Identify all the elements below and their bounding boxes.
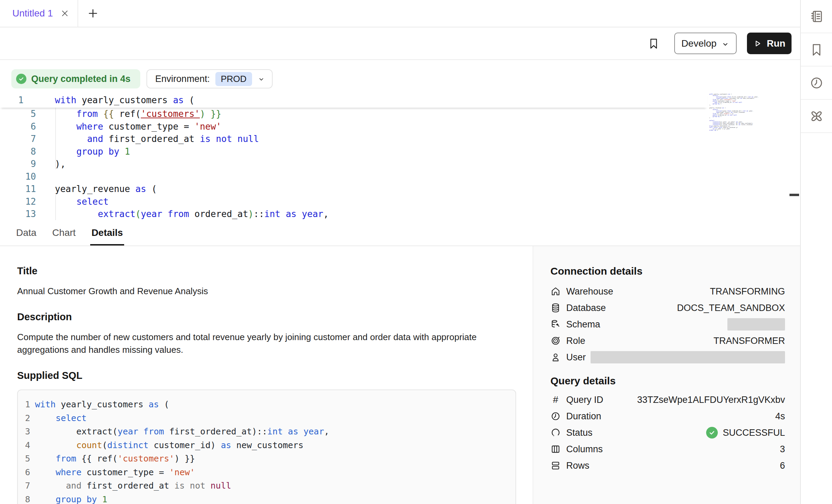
line-number: 1: [18, 399, 30, 409]
clock-icon: [550, 411, 561, 421]
scrollbar-thumb[interactable]: [789, 194, 799, 196]
details-panel: Title Annual Customer Growth and Revenue…: [0, 246, 800, 504]
minimap[interactable]: with yearly_customers as ( select extrac…: [709, 94, 752, 131]
code-line: 8 group by 1: [0, 145, 707, 158]
spinner-icon: [550, 428, 561, 438]
line-number: 12: [0, 196, 36, 207]
sql-editor[interactable]: Query completed in 4s Environment: PROD …: [0, 60, 800, 220]
detail-row-database: DatabaseDOCS_TEAM_SANDBOX: [550, 300, 785, 316]
environment-value-badge: PROD: [215, 72, 252, 86]
tab-label: Untitled 1: [12, 8, 53, 19]
play-icon: [753, 39, 762, 48]
detail-row-role: RoleTRANSFORMER: [550, 333, 785, 349]
redacted-value: [727, 318, 785, 331]
main-area: Untitled 1 Develop: [0, 0, 800, 504]
detail-value: TRANSFORMER: [714, 336, 785, 346]
line-number: 5: [0, 109, 36, 119]
code-line: 7 and first_ordered_at is not null: [18, 479, 515, 493]
develop-dropdown[interactable]: Develop: [674, 33, 737, 54]
code-line: 5 from {{ ref('customers') }}: [0, 108, 707, 120]
tab-chart[interactable]: Chart: [52, 220, 75, 245]
tab-details[interactable]: Details: [92, 220, 123, 245]
editor-code-lines[interactable]: 5 from {{ ref('customers') }}6 where cus…: [0, 108, 707, 220]
line-number: 8: [18, 494, 30, 504]
supplied-sql-heading: Supplied SQL: [17, 370, 533, 381]
title-heading: Title: [17, 265, 533, 277]
sidebar-item-history[interactable]: [801, 67, 832, 100]
detail-label: Role: [566, 336, 585, 346]
detail-row-user: User: [550, 349, 785, 365]
supplied-sql-block: 1with yearly_customers as (2 select3 ext…: [17, 389, 516, 504]
chevron-down-icon: [258, 75, 265, 83]
sidebar-item-canvas[interactable]: [801, 100, 832, 133]
query-status-badge: Query completed in 4s: [11, 69, 140, 88]
detail-value: DOCS_TEAM_SANDBOX: [677, 303, 785, 313]
query-details-rows: #Query ID33TZseWpe1ALFDUYerxR1gVKxbvDura…: [550, 392, 785, 474]
line-number: 6: [18, 467, 30, 477]
detail-value: 6: [780, 460, 785, 471]
code-line: 7 and first_ordered_at is not null: [0, 133, 707, 145]
environment-selector[interactable]: Environment: PROD: [146, 69, 273, 88]
run-button[interactable]: Run: [747, 33, 792, 54]
run-label: Run: [767, 38, 785, 49]
sidebar-item-bookmarks[interactable]: [801, 33, 832, 67]
description-heading: Description: [17, 311, 533, 323]
code-line: 2 select: [18, 411, 515, 425]
line-number: 1: [0, 95, 36, 105]
bookmark-icon[interactable]: [647, 36, 660, 51]
code-line: 6 where customer_type = 'new': [18, 466, 515, 479]
chevron-down-icon: [721, 40, 729, 48]
detail-label: Database: [566, 303, 606, 313]
tab-bar: Untitled 1: [0, 0, 800, 27]
detail-row-duration: Duration4s: [550, 408, 785, 424]
query-status-row: Query completed in 4s Environment: PROD: [11, 69, 273, 88]
warehouse-icon: [550, 286, 561, 297]
sticky-scroll-line[interactable]: 1with yearly_customers as (: [0, 93, 707, 108]
result-tab-bar: DataChartDetails: [0, 220, 800, 246]
plus-icon: [87, 8, 98, 19]
check-circle-icon: [16, 74, 26, 84]
right-sidebar: [800, 0, 832, 504]
line-number: 13: [0, 209, 36, 219]
new-tab-button[interactable]: [78, 0, 108, 27]
canvas-icon: [809, 109, 824, 123]
code-line: 8 group by 1: [18, 493, 515, 504]
detail-value: TRANSFORMING: [710, 286, 785, 297]
detail-label: Rows: [566, 460, 590, 471]
environment-label: Environment:: [155, 74, 210, 84]
code-line: 11yearly_revenue as (: [0, 183, 707, 195]
line-number: 2: [18, 413, 30, 423]
detail-label: Warehouse: [566, 286, 613, 297]
query-details-heading: Query details: [550, 375, 785, 387]
detail-value: 3: [780, 444, 785, 455]
connection-details-heading: Connection details: [550, 265, 785, 277]
line-number: 8: [0, 146, 36, 157]
code-line: 9),: [0, 158, 707, 170]
tab-untitled-1[interactable]: Untitled 1: [0, 0, 78, 27]
line-number: 4: [18, 440, 30, 450]
detail-value: 33TZseWpe1ALFDUYerxR1gVKxbv: [637, 395, 785, 405]
detail-label: User: [566, 352, 586, 363]
code-line: 1with yearly_customers as (: [18, 398, 515, 411]
detail-value: 4s: [775, 411, 785, 422]
check-circle-icon: [706, 427, 718, 439]
detail-label: Duration: [566, 411, 601, 422]
editor-toolbar: Develop Run: [0, 27, 800, 60]
detail-row-query-id: #Query ID33TZseWpe1ALFDUYerxR1gVKxbv: [550, 392, 785, 408]
code-line: 13 extract(year from ordered_at)::int as…: [0, 208, 707, 220]
detail-row-status: StatusSUCCESSFUL: [550, 424, 785, 441]
code-line: 4 count(distinct customer_id) as new_cus…: [18, 439, 515, 452]
sidebar-item-notebook[interactable]: [801, 0, 832, 33]
notebook-icon: [809, 9, 824, 24]
role-icon: [550, 336, 561, 346]
detail-row-columns: Columns3: [550, 441, 785, 457]
detail-label: Schema: [566, 319, 600, 330]
close-tab-icon[interactable]: [60, 9, 69, 18]
columns-icon: [550, 444, 561, 454]
history-icon: [809, 76, 824, 90]
detail-row-warehouse: WarehouseTRANSFORMING: [550, 283, 785, 300]
query-status-text: Query completed in 4s: [31, 74, 131, 84]
bookmark-icon: [809, 43, 824, 57]
tab-data[interactable]: Data: [16, 220, 36, 245]
title-value: Annual Customer Growth and Revenue Analy…: [17, 285, 494, 298]
